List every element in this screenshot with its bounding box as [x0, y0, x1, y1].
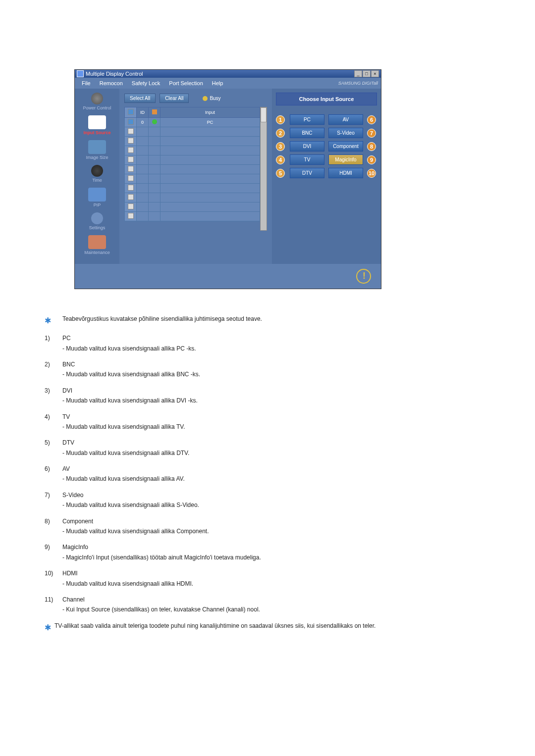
- data-table: ID Input 0 PC: [124, 107, 260, 221]
- doc-item-title: DTV: [62, 438, 490, 448]
- busy-indicator: Busy: [203, 96, 220, 101]
- sidebar-label: Input Source: [77, 130, 117, 135]
- window-controls: _ □ ×: [354, 70, 379, 77]
- col-status[interactable]: [149, 107, 160, 118]
- col-input[interactable]: Input: [160, 107, 260, 118]
- source-number-badge: 9: [367, 155, 376, 164]
- doc-item-number: 8): [45, 516, 62, 537]
- doc-item-desc: - Muudab valitud kuva sisendsignaali all…: [62, 474, 490, 484]
- sidebar-item-time[interactable]: Time: [77, 165, 117, 183]
- source-button-hdmi[interactable]: HDMI: [328, 168, 363, 178]
- source-button-pc[interactable]: PC: [290, 114, 324, 125]
- doc-item-title: BNC: [62, 359, 490, 369]
- doc-item-number: 4): [45, 412, 62, 432]
- doc-item-row: 7) S-Video - Muudab valitud kuva sisends…: [45, 490, 490, 510]
- table-row[interactable]: [125, 174, 260, 184]
- menu-remocon[interactable]: Remocon: [96, 79, 127, 87]
- doc-item-row: 10) HDMI - Muudab valitud kuva sisendsig…: [45, 568, 490, 589]
- menu-safety-lock[interactable]: Safety Lock: [128, 79, 164, 87]
- doc-item-row: 6) AV - Muudab valitud kuva sisendsignaa…: [45, 464, 490, 484]
- table-row[interactable]: [125, 155, 260, 165]
- doc-item-title: HDMI: [62, 568, 490, 578]
- row-id: [137, 146, 149, 155]
- row-input: [160, 137, 260, 146]
- doc-item-desc: - Muudab valitud kuva sisendsignaali all…: [62, 344, 490, 353]
- doc-item-number: 11): [45, 595, 62, 615]
- row-checkbox[interactable]: [128, 119, 134, 125]
- row-id: [137, 193, 149, 202]
- source-grid: 1 PC AV 6 2 BNC S-Video 7 3 DVI Componen…: [276, 114, 377, 178]
- source-button-av[interactable]: AV: [328, 114, 363, 125]
- doc-item-number: 6): [45, 464, 62, 484]
- table-row[interactable]: [125, 184, 260, 193]
- sidebar-item-pip[interactable]: PIP: [77, 188, 117, 207]
- table-row[interactable]: [125, 137, 260, 146]
- scroll-thumb[interactable]: [261, 107, 267, 122]
- sidebar-label: Settings: [77, 225, 117, 230]
- source-button-magicinfo[interactable]: MagicInfo: [328, 154, 363, 165]
- source-button-svideo[interactable]: S-Video: [328, 128, 363, 138]
- source-number-badge: 2: [276, 129, 285, 138]
- row-status: [149, 165, 160, 174]
- doc-item-number: 1): [45, 333, 62, 353]
- table-row[interactable]: [125, 146, 260, 155]
- menu-help[interactable]: Help: [208, 79, 227, 87]
- close-button[interactable]: ×: [371, 70, 379, 77]
- sidebar-item-image-size[interactable]: Image Size: [77, 140, 117, 160]
- table-row[interactable]: [125, 212, 260, 221]
- menu-file[interactable]: File: [78, 79, 95, 87]
- source-number-badge: 4: [276, 155, 285, 164]
- clear-all-button[interactable]: Clear All: [160, 94, 189, 103]
- doc-item-desc: - Muudab valitud kuva sisendsignaali all…: [62, 448, 490, 458]
- vertical-scrollbar[interactable]: [260, 107, 267, 231]
- table-row[interactable]: 0 PC: [125, 118, 260, 127]
- table-row[interactable]: [125, 165, 260, 174]
- table-row[interactable]: [125, 202, 260, 212]
- col-id[interactable]: ID: [137, 107, 149, 118]
- doc-item-desc: - Muudab valitud kuva sisendsignaali all…: [62, 526, 490, 536]
- right-panel: Choose Input Source 1 PC AV 6 2 BNC S-Vi…: [272, 89, 381, 264]
- maximize-button[interactable]: □: [363, 70, 371, 77]
- doc-item-content: Component - Muudab valitud kuva sisendsi…: [62, 516, 490, 537]
- sidebar-item-power-control[interactable]: Power Control: [77, 93, 117, 110]
- menu-port-selection[interactable]: Port Selection: [165, 79, 207, 87]
- table-row[interactable]: [125, 127, 260, 137]
- footer-area: [75, 264, 381, 289]
- row-checkbox[interactable]: [128, 147, 134, 153]
- row-checkbox[interactable]: [128, 156, 134, 162]
- row-checkbox[interactable]: [128, 128, 134, 134]
- doc-section: ✱ Teabevõrgustikus kuvatakse põhiline si…: [45, 314, 490, 634]
- doc-item-row: 11) Channel - Kui Input Source (sisendal…: [45, 595, 490, 615]
- row-checkbox[interactable]: [128, 185, 134, 191]
- source-button-bnc[interactable]: BNC: [290, 128, 324, 138]
- sidebar-item-input-source[interactable]: Input Source: [77, 115, 117, 135]
- source-button-tv[interactable]: TV: [290, 154, 324, 165]
- table-row[interactable]: [125, 193, 260, 202]
- doc-item-number: 2): [45, 359, 62, 380]
- minimize-button[interactable]: _: [354, 70, 362, 77]
- select-all-button[interactable]: Select All: [124, 94, 156, 103]
- row-checkbox[interactable]: [128, 166, 134, 172]
- row-checkbox[interactable]: [128, 138, 134, 144]
- col-checkbox[interactable]: [125, 107, 137, 118]
- titlebar: Multiple Display Control _ □ ×: [75, 70, 381, 78]
- sidebar-item-settings[interactable]: Settings: [77, 212, 117, 230]
- row-checkbox[interactable]: [128, 213, 134, 219]
- row-status: [149, 174, 160, 184]
- doc-item-number: 3): [45, 386, 62, 406]
- window-title: Multiple Display Control: [86, 71, 354, 77]
- source-button-component[interactable]: Component: [328, 141, 363, 151]
- sidebar-item-maintenance[interactable]: Maintenance: [77, 235, 117, 255]
- row-checkbox[interactable]: [128, 194, 134, 200]
- row-id: [137, 184, 149, 193]
- source-button-dtv[interactable]: DTV: [290, 168, 324, 178]
- doc-intro: Teabevõrgustikus kuvatakse põhiline sise…: [62, 314, 490, 327]
- row-id: [137, 137, 149, 146]
- row-checkbox[interactable]: [128, 203, 134, 209]
- input-source-icon: [88, 115, 106, 129]
- source-button-dvi[interactable]: DVI: [290, 141, 324, 151]
- row-checkbox[interactable]: [128, 175, 134, 181]
- doc-item-desc: - Muudab valitud kuva sisendsignaali all…: [62, 422, 490, 432]
- menubar: File Remocon Safety Lock Port Selection …: [75, 78, 381, 89]
- row-status: [149, 193, 160, 202]
